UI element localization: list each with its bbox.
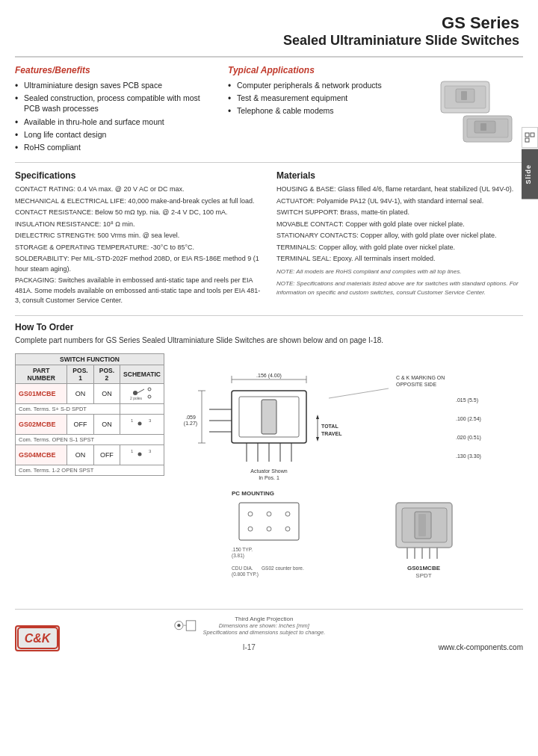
svg-text:GS01MCBE: GS01MCBE <box>407 565 441 571</box>
spec-item-3: CONTACT RESISTANCE: Below 50 mΩ typ. nia… <box>15 208 262 218</box>
section-divider <box>15 315 523 316</box>
features-heading: Features/Benefits <box>15 65 213 75</box>
svg-point-13 <box>148 388 151 391</box>
svg-text:2 poles: 2 poles <box>130 396 143 400</box>
technical-diagram-area: .156 (4.00) .059 (1.27) Actuator Shown I… <box>172 353 523 594</box>
svg-text:3: 3 <box>149 418 152 423</box>
svg-point-62 <box>267 527 271 531</box>
svg-point-17 <box>137 421 141 425</box>
specs-heading: Specifications <box>15 170 262 181</box>
part-gs04: GS04MCBE <box>16 444 67 465</box>
svg-text:.100 (2.54): .100 (2.54) <box>456 416 481 422</box>
gs01-schematic: 2 poles <box>120 383 164 403</box>
top-section: Features/Benefits Ultraminiature design … <box>15 56 523 163</box>
gs02-conn-term: Com. Terms. OPEN S-1 SPST <box>16 434 164 444</box>
gs02-pos1: OFF <box>67 414 93 434</box>
gs04-conn-term: Com. Terms. 1-2 OPEN SPST <box>16 465 164 475</box>
svg-text:SPDT: SPDT <box>415 572 431 579</box>
mat-item-4: MOVABLE CONTACT: Copper with gold plate … <box>276 220 523 230</box>
materials-note: NOTE: All models are RoHS compliant and … <box>276 267 523 276</box>
feature-item-1: Ultraminiature design saves PCB space <box>15 80 213 90</box>
svg-point-83 <box>178 624 181 627</box>
app-item-2: Test & measurement equipment <box>228 93 426 103</box>
svg-rect-84 <box>187 620 197 630</box>
applications-list: Computer peripherals & network products … <box>228 80 426 117</box>
svg-rect-6 <box>461 91 467 100</box>
series-name: GS Series <box>15 13 519 33</box>
table-row: Com. Terms. OPEN S-1 SPST <box>16 434 164 444</box>
dimensions-note: Dimensions are shown: Inches [mm] <box>202 622 325 629</box>
switch-function-header: SWITCH FUNCTION <box>16 353 164 365</box>
gs01-type <box>120 403 164 414</box>
svg-rect-24 <box>262 400 276 434</box>
app-item-1: Computer peripherals & network products <box>228 80 426 90</box>
app-item-3: Telephone & cable modems <box>228 105 426 116</box>
specs-content: CONTACT RATING: 0.4 VA max. @ 20 V AC or… <box>15 185 262 306</box>
spec-item-2: MECHANICAL & ELECTRICAL LIFE: 40,000 mak… <box>15 196 262 207</box>
part-number-table: SWITCH FUNCTION PART NUMBER POS. 1 POS. … <box>15 353 164 476</box>
svg-rect-2 <box>525 138 529 142</box>
mat-item-1: HOUSING & BASE: Glass filled 4/6, flame … <box>276 185 523 195</box>
svg-rect-1 <box>531 133 534 137</box>
svg-point-20 <box>137 452 141 456</box>
svg-text:GS02 counter bore.: GS02 counter bore. <box>262 566 304 571</box>
svg-text:TOTAL: TOTAL <box>321 424 338 429</box>
technical-drawing: .156 (4.00) .059 (1.27) Actuator Shown I… <box>172 353 516 592</box>
feature-item-5: RoHS compliant <box>15 142 213 152</box>
svg-point-11 <box>133 391 137 395</box>
page-container: Slide GS Series Sealed Ultraminiature Sl… <box>0 0 538 756</box>
how-to-order-section: How To Order Complete part numbers for G… <box>15 322 523 344</box>
svg-text:3: 3 <box>149 449 152 453</box>
page-header: GS Series Sealed Ultraminiature Slide Sw… <box>15 13 523 49</box>
page-number: I-17 <box>60 643 439 651</box>
website-url: www.ck-components.com <box>439 643 523 651</box>
ck-logo: C&K <box>15 625 60 651</box>
feature-item-2: Sealed construction, process compatible … <box>15 93 213 114</box>
feature-item-3: Available in thru-hole and surface mount <box>15 117 213 127</box>
part-gs01: GS01MCBE <box>16 383 67 403</box>
table-row: Com. Terms. S+ S-D SPDT <box>16 403 164 414</box>
product-images <box>426 65 523 155</box>
svg-text:1: 1 <box>131 418 134 423</box>
mat-item-2: ACTUATOR: Polyamide PA12 (UL 94V-1), wit… <box>276 196 523 207</box>
features-list: Ultraminiature design saves PCB space Se… <box>15 80 213 152</box>
materials-content: HOUSING & BASE: Glass filled 4/6, flame … <box>276 185 523 297</box>
table-row: GS02MCBE OFF ON 1 3 <box>16 414 164 434</box>
svg-text:In Pos. 1: In Pos. 1 <box>259 475 279 480</box>
svg-rect-10 <box>480 123 486 131</box>
svg-text:C&K: C&K <box>24 632 51 645</box>
svg-point-59 <box>267 512 271 516</box>
svg-text:.130 (3.30): .130 (3.30) <box>456 453 481 459</box>
part-number-table-section: SWITCH FUNCTION PART NUMBER POS. 1 POS. … <box>15 353 164 594</box>
svg-rect-0 <box>525 133 529 137</box>
slide-tab: Slide <box>522 149 538 199</box>
svg-text:PC MOUNTING: PC MOUNTING <box>232 490 274 497</box>
page-center-bottom: Third Angle Projection Dimensions are sh… <box>60 616 439 651</box>
spec-item-5: DIELECTRIC STRENGTH: 500 Vrms min. @ sea… <box>15 231 262 241</box>
svg-text:C & K MARKING ON: C & K MARKING ON <box>396 375 445 380</box>
typical-heading: Typical Applications <box>228 65 426 75</box>
gs04-schematic: 1 3 <box>120 444 164 465</box>
svg-marker-55 <box>316 437 319 441</box>
gs01-conn-term: Com. Terms. S+ S-D SPDT <box>16 403 120 414</box>
svg-text:.156 (4.00): .156 (4.00) <box>256 373 282 379</box>
gs01-pos1: ON <box>67 383 93 403</box>
bottom-section: C&K Third Angle Projection Dimensions a <box>15 609 523 651</box>
svg-line-12 <box>137 389 144 393</box>
svg-text:.150 TYP.: .150 TYP. <box>232 547 253 552</box>
svg-text:.059: .059 <box>185 415 196 420</box>
feature-item-4: Long life contact design <box>15 129 213 140</box>
svg-point-60 <box>285 512 290 516</box>
specifications-column: Specifications CONTACT RATING: 0.4 VA ma… <box>15 170 262 308</box>
projection-box: Third Angle Projection Dimensions are sh… <box>173 616 325 636</box>
projection-text: Third Angle Projection Dimensions are sh… <box>202 616 325 636</box>
svg-text:CDU DIA.: CDU DIA. <box>232 566 253 571</box>
col-schematic: SCHEMATIC <box>120 365 164 383</box>
svg-point-58 <box>248 512 253 516</box>
gs04-pos1: ON <box>67 444 93 465</box>
spec-item-4: INSULATION RESISTANCE: 10⁸ Ω min. <box>15 220 262 230</box>
logo-area: C&K <box>15 625 60 651</box>
svg-text:Actuator Shown: Actuator Shown <box>250 468 288 474</box>
features-column: Features/Benefits Ultraminiature design … <box>15 65 220 155</box>
ordering-diagram: SWITCH FUNCTION PART NUMBER POS. 1 POS. … <box>15 353 523 594</box>
